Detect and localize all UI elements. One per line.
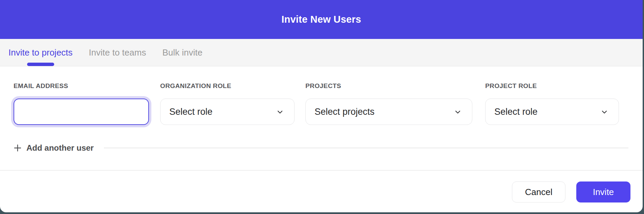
add-user-divider-line — [104, 148, 628, 148]
projects-select-value: Select projects — [315, 107, 374, 117]
tab-bulk-invite[interactable]: Bulk invite — [162, 39, 202, 66]
projects-label: PROJECTS — [305, 82, 472, 90]
tab-invite-to-projects[interactable]: Invite to projects — [8, 39, 72, 66]
tab-invite-to-teams[interactable]: Invite to teams — [89, 39, 146, 66]
active-tab-underline — [27, 63, 54, 66]
project-role-select[interactable]: Select role — [485, 99, 619, 125]
email-address-label: EMAIL ADDRESS — [14, 82, 149, 90]
projects-field-group: PROJECTS Select projects — [305, 82, 472, 125]
organization-role-select[interactable]: Select role — [160, 99, 295, 125]
tab-bar: Invite to projects Invite to teams Bulk … — [0, 39, 643, 66]
project-role-field-group: PROJECT ROLE Select role — [485, 82, 619, 125]
chevron-down-icon — [454, 108, 462, 116]
project-role-label: PROJECT ROLE — [485, 82, 619, 90]
tab-label: Invite to projects — [8, 47, 72, 58]
email-address-input[interactable] — [14, 99, 149, 125]
dialog-title: Invite New Users — [281, 14, 361, 25]
plus-icon — [14, 144, 22, 152]
tab-label: Bulk invite — [162, 47, 202, 58]
project-role-select-value: Select role — [494, 107, 538, 117]
add-another-user-button[interactable]: Add another user — [14, 143, 94, 153]
add-user-row: Add another user — [14, 143, 628, 153]
tab-label: Invite to teams — [89, 47, 146, 58]
invite-button[interactable]: Invite — [576, 181, 630, 202]
email-field-group: EMAIL ADDRESS — [14, 82, 149, 125]
organization-role-select-value: Select role — [169, 107, 213, 117]
invite-new-users-dialog: Invite New Users Invite to projects Invi… — [0, 0, 643, 212]
projects-select[interactable]: Select projects — [305, 99, 472, 125]
organization-role-field-group: ORGANIZATION ROLE Select role — [160, 82, 295, 125]
organization-role-label: ORGANIZATION ROLE — [160, 82, 295, 90]
add-another-user-label: Add another user — [26, 143, 94, 153]
cancel-button[interactable]: Cancel — [512, 181, 565, 202]
dialog-header: Invite New Users — [0, 0, 643, 39]
footer-divider-line — [0, 170, 643, 171]
chevron-down-icon — [600, 108, 608, 116]
chevron-down-icon — [276, 108, 284, 116]
